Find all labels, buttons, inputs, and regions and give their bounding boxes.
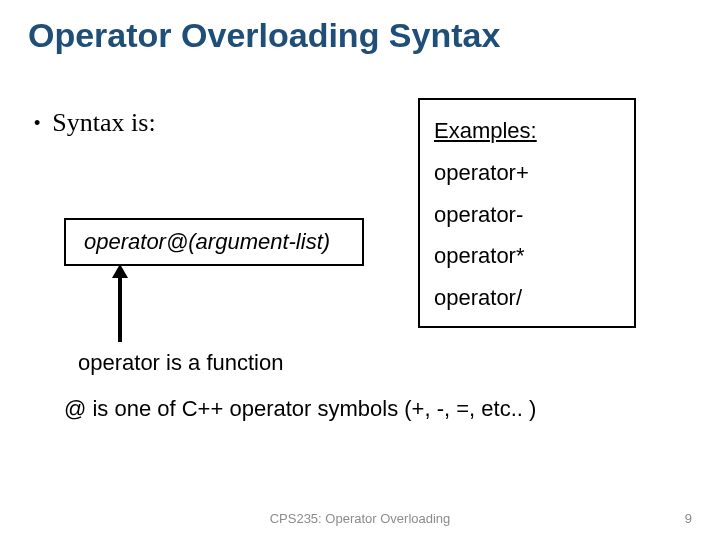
footer-text: CPS235: Operator Overloading xyxy=(0,511,720,526)
syntax-text: operator@(argument-list) xyxy=(84,229,330,255)
example-item: operator* xyxy=(434,235,620,277)
example-item: operator- xyxy=(434,194,620,236)
bullet-syntax-is: • Syntax is: xyxy=(34,108,156,138)
arrow-label: operator is a function xyxy=(78,350,283,376)
example-item: operator+ xyxy=(434,152,620,194)
bullet-dot: • xyxy=(34,113,40,134)
page-number: 9 xyxy=(685,511,692,526)
arrow-up-icon xyxy=(116,264,124,342)
slide: Operator Overloading Syntax • Syntax is:… xyxy=(0,0,720,540)
explain-text: @ is one of C++ operator symbols (+, -, … xyxy=(64,396,536,422)
examples-heading: Examples: xyxy=(434,110,620,152)
example-item: operator/ xyxy=(434,277,620,319)
bullet-text: Syntax is: xyxy=(52,108,155,138)
examples-box: Examples: operator+ operator- operator* … xyxy=(418,98,636,328)
syntax-box: operator@(argument-list) xyxy=(64,218,364,266)
slide-title: Operator Overloading Syntax xyxy=(28,16,500,55)
